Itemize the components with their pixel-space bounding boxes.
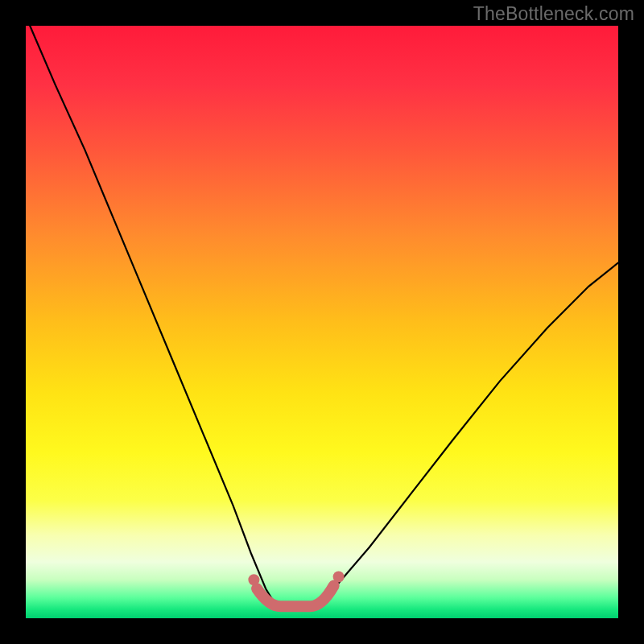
highlight-dot-left (248, 574, 259, 585)
highlight-dot-right (333, 572, 345, 583)
watermark-text: TheBottleneck.com (473, 3, 634, 25)
plot-area (26, 26, 618, 618)
chart-stage: TheBottleneck.com (0, 0, 644, 644)
chart-svg (0, 0, 644, 644)
